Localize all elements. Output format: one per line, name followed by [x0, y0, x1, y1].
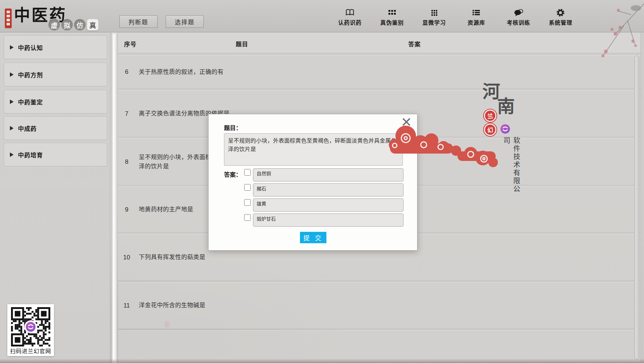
- book-icon: [332, 8, 368, 17]
- chevron-right-icon: [10, 152, 14, 157]
- row-index: 6: [120, 55, 133, 89]
- question-type-switch: 判断题 选择题: [119, 15, 204, 28]
- sidebar-item-herb-identification[interactable]: 中药鉴定: [4, 90, 107, 114]
- option-text-input[interactable]: 雄黄: [253, 198, 404, 212]
- nav-item-system-admin[interactable]: 系统管理: [543, 8, 578, 26]
- table-header: 序号 题目 答案: [118, 33, 641, 54]
- brand-badge-lan: 兰: [483, 109, 497, 123]
- option-checkbox[interactable]: [244, 169, 251, 176]
- logo-badge: 虚: [48, 19, 60, 30]
- table-row[interactable]: 6 关于热原性质的叙述，正确的有: [118, 55, 641, 89]
- judgment-questions-button[interactable]: 判断题: [119, 15, 158, 28]
- option-text-input[interactable]: 自然铜: [253, 168, 404, 182]
- table-scrollbar[interactable]: [634, 55, 639, 360]
- nav-item-resources[interactable]: 资源库: [459, 8, 494, 26]
- option-checkbox[interactable]: [244, 214, 251, 221]
- answer-option: 煅炉甘石: [244, 213, 404, 227]
- sidebar-item-herb-cognition[interactable]: 中药认知: [4, 36, 107, 59]
- answer-label: 答案：: [224, 170, 242, 179]
- brand-badge-huan: 幻: [483, 123, 497, 137]
- row-question: 洋金花中所含的生物碱是: [139, 283, 322, 328]
- option-checkbox[interactable]: [244, 199, 251, 206]
- company-name-vertical: 软件技术有限公司: [502, 137, 521, 199]
- nav-item-assessment[interactable]: 考核训练: [501, 8, 536, 26]
- column-header-answer: 答案: [408, 39, 421, 48]
- table-row-empty: [118, 330, 641, 363]
- chevron-right-icon: [10, 126, 14, 130]
- qr-code-card: 扫码进兰幻官网: [7, 304, 54, 356]
- row-index: 11: [120, 283, 133, 328]
- chevron-right-icon: [10, 45, 14, 50]
- bottom-shadow: [0, 359, 644, 363]
- sidebar-scrollbar[interactable]: [112, 33, 117, 363]
- gear-icon: [543, 8, 578, 17]
- question-textarea[interactable]: 呈不规则的小块，外表面棕黄色至黄褐色，碎断面淡黄色并具金属色泽的饮片是: [224, 133, 403, 166]
- sidebar-item-herb-cultivation[interactable]: 中药培育: [4, 143, 107, 166]
- close-icon[interactable]: ✕: [401, 115, 412, 130]
- sidebar-item-herb-formulas[interactable]: 中药方剂: [4, 63, 107, 86]
- chevron-right-icon: [10, 100, 14, 104]
- lanhuan-logo-icon: [500, 124, 510, 134]
- row-index: 7: [120, 91, 133, 137]
- chat-icon: [501, 8, 536, 17]
- row-index: 10: [120, 234, 133, 280]
- grid-icon: [375, 8, 410, 17]
- option-text-input[interactable]: 赭石: [253, 183, 404, 197]
- nav-item-authenticity[interactable]: 真伪鉴别: [375, 8, 410, 26]
- column-header-index: 序号: [124, 39, 137, 48]
- list-icon: [459, 8, 494, 17]
- question-label: 题目：: [224, 123, 242, 132]
- row-index: 9: [120, 187, 133, 232]
- option-checkbox[interactable]: [244, 184, 251, 191]
- scrollbar-thumb[interactable]: [112, 33, 116, 362]
- logo-badge: 拟: [61, 19, 73, 30]
- chevron-right-icon: [10, 72, 14, 77]
- logo-badge: 仿: [74, 19, 86, 30]
- column-header-question: 题目: [236, 39, 248, 48]
- table-row[interactable]: 11 洋金花中所含的生物碱是: [118, 282, 641, 329]
- answer-option: 雄黄: [244, 198, 404, 212]
- top-header: 中医药 虚 拟 仿 真 判断题 选择题 认药识药: [0, 0, 644, 32]
- app-window: 中医药 虚 拟 仿 真 判断题 选择题 认药识药: [0, 0, 644, 363]
- logo-subtitle-badges: 虚 拟 仿 真: [48, 19, 98, 30]
- question-modal: ✕ 题目： 呈不规则的小块，外表面棕黄色至黄褐色，碎断面淡黄色并具金属色泽的饮片…: [208, 114, 417, 251]
- logo-badge: 真: [87, 19, 98, 30]
- option-text-input[interactable]: 煅炉甘石: [253, 213, 404, 227]
- grid-dots-icon: [417, 8, 452, 17]
- submit-button[interactable]: 提 交: [300, 232, 326, 243]
- row-question: 关于热原性质的叙述，正确的有: [139, 55, 322, 89]
- app-logo: 中医药 虚 拟 仿 真: [5, 4, 115, 30]
- choice-questions-button[interactable]: 选择题: [166, 15, 204, 28]
- answer-option: 赭石: [244, 183, 404, 197]
- row-index: 8: [120, 139, 133, 185]
- qr-caption: 扫码进兰幻官网: [7, 347, 54, 355]
- nav-item-microscopy[interactable]: 显微学习: [417, 8, 452, 26]
- lanhuan-logo-icon: [25, 321, 36, 332]
- main-nav: 认药识药 真伪鉴别 显微学习 资源库: [332, 8, 578, 26]
- nav-item-herb-recognition[interactable]: 认药识药: [332, 8, 368, 26]
- answer-option: 自然铜: [244, 168, 404, 182]
- logo-seal-icon: [5, 9, 11, 28]
- sidebar-item-patent-medicine[interactable]: 中成药: [4, 116, 107, 140]
